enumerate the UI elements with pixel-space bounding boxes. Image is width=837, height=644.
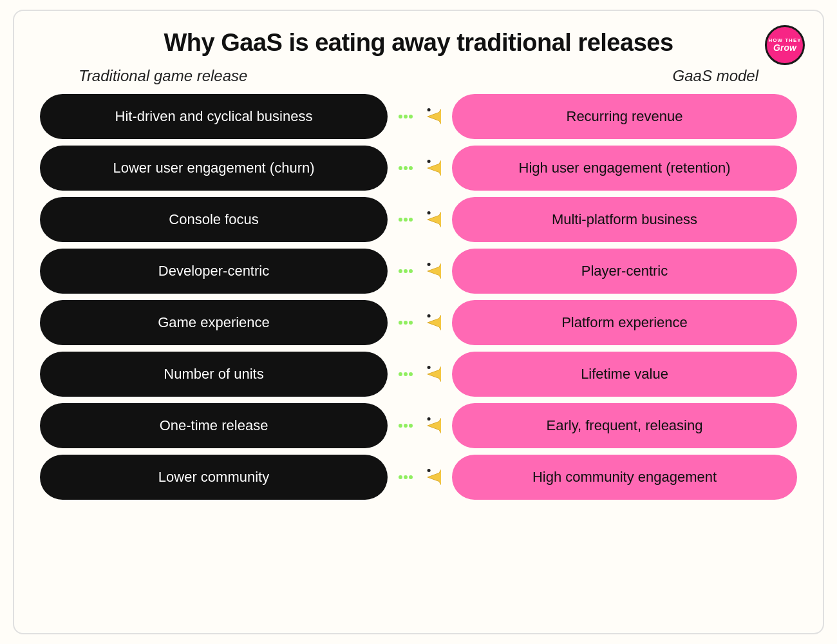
svg-point-3 [428, 263, 431, 266]
pacman-dot [409, 115, 413, 118]
pacman-dot [404, 115, 408, 118]
right-pill: Multi-platform business [452, 197, 797, 242]
pacman-dot [404, 372, 408, 376]
right-pill: High community engagement [452, 455, 797, 500]
pacman-dot [399, 475, 402, 479]
main-container: HOW THEY Grow Why GaaS is eating away tr… [13, 10, 824, 634]
pacman-dot [409, 218, 413, 222]
pacman-svg [414, 464, 441, 491]
pacman-area [388, 361, 452, 388]
page-title: Why GaaS is eating away traditional rele… [40, 29, 797, 57]
pacman-dot [404, 475, 408, 479]
pacman-area [388, 309, 452, 336]
pacman-area [388, 103, 452, 130]
left-column-header: Traditional game release [79, 67, 247, 85]
pacman-dot [404, 321, 408, 325]
left-pill: Lower community [40, 455, 388, 500]
right-pill: Player-centric [452, 249, 797, 294]
left-pill: Game experience [40, 300, 388, 345]
logo-badge: HOW THEY Grow [765, 25, 805, 65]
pacman-dot [409, 166, 413, 170]
left-pill: Console focus [40, 197, 388, 242]
left-pill: Hit-driven and cyclical business [40, 94, 388, 139]
svg-point-7 [428, 469, 431, 472]
svg-point-4 [428, 314, 431, 317]
pacman-dot [404, 218, 408, 222]
svg-point-1 [428, 160, 431, 163]
pacman-dot [399, 166, 402, 170]
pacman-dot [404, 424, 408, 428]
table-row: Developer-centricPlayer-centric [40, 249, 797, 294]
left-pill: Developer-centric [40, 249, 388, 294]
pacman-area [388, 464, 452, 491]
pacman-svg [414, 206, 441, 233]
right-pill: Lifetime value [452, 352, 797, 397]
svg-point-6 [428, 417, 431, 421]
pacman-dot [409, 269, 413, 273]
pacman-area [388, 155, 452, 182]
pacman-dot [409, 321, 413, 325]
pacman-dot [399, 218, 402, 222]
svg-point-0 [428, 108, 431, 111]
table-row: Lower communityHigh community engagement [40, 455, 797, 500]
pacman-svg [414, 309, 441, 336]
right-pill: Recurring revenue [452, 94, 797, 139]
pacman-svg [414, 412, 441, 439]
pacman-dot [404, 166, 408, 170]
table-row: Hit-driven and cyclical businessRecurrin… [40, 94, 797, 139]
pacman-svg [414, 103, 441, 130]
table-row: One-time releaseEarly, frequent, releasi… [40, 403, 797, 448]
table-row: Game experiencePlatform experience [40, 300, 797, 345]
svg-point-5 [428, 366, 431, 369]
pacman-dot [409, 475, 413, 479]
table-row: Console focusMulti-platform business [40, 197, 797, 242]
left-pill: Number of units [40, 352, 388, 397]
pacman-dot [404, 269, 408, 273]
logo-line2: Grow [773, 43, 796, 52]
left-pill: One-time release [40, 403, 388, 448]
right-column-header: GaaS model [673, 67, 758, 85]
pacman-svg [414, 155, 441, 182]
pacman-dot [409, 372, 413, 376]
pacman-svg [414, 258, 441, 285]
pacman-area [388, 206, 452, 233]
table-row: Number of unitsLifetime value [40, 352, 797, 397]
pacman-dot [409, 424, 413, 428]
pacman-dot [399, 321, 402, 325]
right-pill: Platform experience [452, 300, 797, 345]
left-pill: Lower user engagement (churn) [40, 146, 388, 191]
pacman-dot [399, 372, 402, 376]
pacman-dot [399, 424, 402, 428]
pacman-area [388, 412, 452, 439]
svg-point-2 [428, 211, 431, 214]
pacman-dot [399, 115, 402, 118]
right-pill: Early, frequent, releasing [452, 403, 797, 448]
pacman-svg [414, 361, 441, 388]
comparison-rows: Hit-driven and cyclical businessRecurrin… [40, 94, 797, 500]
table-row: Lower user engagement (churn)High user e… [40, 146, 797, 191]
pacman-dot [399, 269, 402, 273]
pacman-area [388, 258, 452, 285]
right-pill: High user engagement (retention) [452, 146, 797, 191]
column-headers: Traditional game release GaaS model [40, 67, 797, 85]
